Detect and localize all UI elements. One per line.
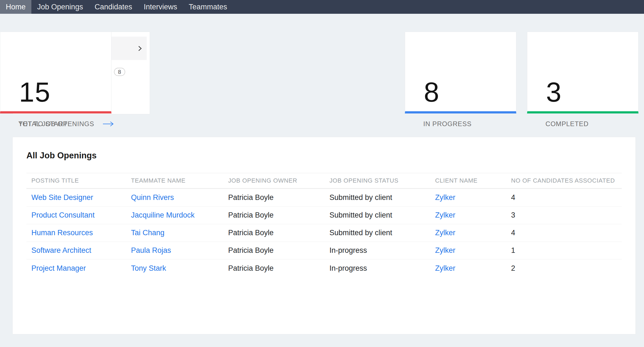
job-opening-status: Submitted by client (329, 193, 435, 202)
teammate-name-link[interactable]: Jacquiline Murdock (131, 211, 228, 219)
job-opening-owner: Patricia Boyle (228, 246, 329, 255)
stat-value: 3 (546, 78, 562, 106)
stat-label: COMPLETED (545, 120, 633, 128)
job-opening-status: In-progress (329, 264, 435, 273)
nav-tab-teammates[interactable]: Teammates (183, 0, 233, 14)
stat-card-in-progress[interactable]: 8 IN PROGRESS (405, 32, 516, 113)
arrow-right-icon[interactable] (102, 120, 115, 128)
job-opening-owner: Patricia Boyle (228, 264, 329, 273)
posting-title-link[interactable]: Web Site Designer (31, 193, 131, 202)
nav-tab-job-openings[interactable]: Job Openings (31, 0, 89, 14)
posting-title-link[interactable]: Product Consultant (31, 211, 131, 219)
column-header-job-opening-owner: JOB OPENING OWNER (228, 177, 329, 184)
candidates-count: 1 (511, 246, 622, 255)
client-name-link[interactable]: Zylker (435, 264, 511, 273)
stat-label: TOTAL JOB OPENINGS (18, 120, 106, 128)
job-opening-status: Submitted by client (329, 211, 435, 219)
table-row: Project Manager Tony Stark Patricia Boyl… (26, 259, 622, 277)
stat-value: 8 (424, 78, 440, 106)
nav-tab-candidates[interactable]: Candidates (89, 0, 138, 14)
stat-label: IN PROGRESS (423, 120, 511, 128)
job-opening-owner: Patricia Boyle (228, 193, 329, 202)
table-header-row: POSTING TITLE TEAMMATE NAME JOB OPENING … (26, 173, 622, 189)
posting-title-link[interactable]: Project Manager (31, 264, 131, 273)
nav-tab-home[interactable]: Home (0, 0, 31, 14)
posting-title-link[interactable]: Human Resources (31, 229, 131, 237)
table-row: Web Site Designer Quinn Rivers Patricia … (26, 189, 622, 207)
candidates-count: 4 (511, 193, 622, 202)
table-row: Human Resources Tai Chang Patricia Boyle… (26, 224, 622, 242)
stat-card-total-job-openings[interactable]: 15 TOTAL JOB OPENINGS (0, 32, 111, 113)
column-header-client-name: CLIENT NAME (435, 177, 511, 184)
client-name-link[interactable]: Zylker (435, 246, 511, 255)
candidates-count: 2 (511, 264, 622, 273)
column-header-teammate-name: TEAMMATE NAME (131, 177, 228, 184)
nav-tab-interviews[interactable]: Interviews (138, 0, 183, 14)
candidates-count: 4 (511, 229, 622, 237)
column-header-posting-title: POSTING TITLE (31, 177, 131, 184)
table-row: Product Consultant Jacquiline Murdock Pa… (26, 207, 622, 224)
chevron-right-icon[interactable] (137, 45, 143, 52)
job-opening-status: Submitted by client (329, 229, 435, 237)
candidates-count: 3 (511, 211, 622, 219)
table-title: All Job Openings (26, 137, 622, 161)
table-row: Software Architect Paula Rojas Patricia … (26, 242, 622, 259)
column-header-no-of-candidates: NO OF CANDIDATES ASSOCIATED (511, 177, 622, 184)
stat-value: 15 (19, 78, 51, 106)
column-header-job-opening-status: JOB OPENING STATUS (329, 177, 435, 184)
client-name-link[interactable]: Zylker (435, 211, 511, 219)
top-nav: Home Job Openings Candidates Interviews … (0, 0, 644, 14)
stat-label-text: TOTAL JOB OPENINGS (18, 120, 94, 128)
all-job-openings-card: All Job Openings POSTING TITLE TEAMMATE … (12, 137, 636, 334)
posting-title-link[interactable]: Software Architect (31, 246, 131, 255)
stat-card-completed[interactable]: 3 COMPLETED (527, 32, 638, 113)
client-name-link[interactable]: Zylker (435, 193, 511, 202)
teammate-name-link[interactable]: Tony Stark (131, 264, 228, 273)
job-opening-owner: Patricia Boyle (228, 229, 329, 237)
teammate-name-link[interactable]: Paula Rojas (131, 246, 228, 255)
job-opening-owner: Patricia Boyle (228, 211, 329, 219)
client-name-link[interactable]: Zylker (435, 229, 511, 237)
assessed-candidates-count-badge: 8 (114, 68, 125, 76)
job-opening-status: In-progress (329, 246, 435, 255)
teammate-name-link[interactable]: Quinn Rivers (131, 193, 228, 202)
teammate-name-link[interactable]: Tai Chang (131, 229, 228, 237)
